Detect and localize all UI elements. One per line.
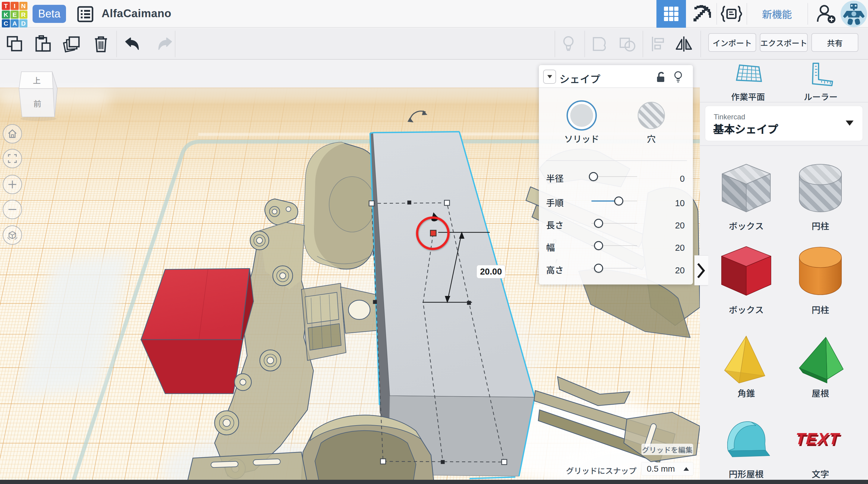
undo-button[interactable] (122, 28, 141, 60)
shape-gallery-item[interactable] (720, 245, 773, 296)
inspector-header: シェイプ (539, 65, 693, 88)
shape-gallery-item[interactable] (794, 162, 847, 213)
paste-icon (34, 35, 51, 53)
logo-tile: D (19, 19, 27, 27)
undo-icon (123, 37, 140, 51)
bottom-notification-bar (0, 480, 868, 484)
shape-gallery-item[interactable]: TEXT TEXT (794, 412, 847, 463)
group-button[interactable] (590, 28, 609, 60)
slider-label: 手順 (546, 196, 564, 209)
logo-letter: N (21, 2, 26, 10)
slider-value: 20 (657, 218, 685, 231)
light-button[interactable] (559, 28, 578, 60)
library-brand: Tinkercad (714, 111, 745, 121)
logo-letter: A (12, 20, 17, 27)
edit-grid-button[interactable]: グリッドを編集 (641, 444, 693, 455)
lightbulb-icon (562, 35, 575, 53)
divider (643, 31, 643, 57)
account-avatar[interactable] (840, 0, 868, 28)
redo-button[interactable] (156, 28, 176, 60)
front-roller[interactable] (235, 374, 251, 391)
solid-option[interactable] (567, 101, 596, 130)
tinkercad-logo[interactable]: TINKERCAD (0, 0, 28, 28)
zoom-in-button[interactable] (3, 175, 22, 194)
shape-thumb-text-red: TEXT TEXT (794, 412, 847, 463)
paste-button[interactable] (33, 28, 53, 60)
shape-gallery-item[interactable] (720, 162, 773, 213)
hole-plate (341, 287, 379, 333)
slider-track[interactable] (591, 176, 637, 177)
tinker-button[interactable] (689, 0, 714, 28)
codeblocks-button[interactable] (721, 0, 742, 28)
visibility-bulb-icon[interactable] (674, 71, 682, 83)
sidebar-collapse-tab[interactable] (694, 255, 708, 285)
shape-gallery-item[interactable] (720, 334, 773, 385)
trash-icon (93, 35, 109, 53)
dashboard-grid-button[interactable] (656, 0, 686, 28)
lock-icon[interactable] (656, 72, 666, 83)
logo-letter: C (4, 20, 8, 27)
ruler-tool-label[interactable]: ルーラー (784, 90, 857, 102)
duplicate-icon (63, 35, 81, 53)
height-handle[interactable] (430, 230, 436, 236)
viewcube-front-label[interactable]: 前 (33, 98, 41, 109)
slider-knob[interactable] (594, 264, 603, 273)
copy-icon (6, 36, 23, 53)
logo-tile: I (10, 2, 19, 10)
zoom-out-button[interactable] (3, 200, 22, 219)
copy-button[interactable] (5, 28, 24, 60)
viewcube-top-label[interactable]: 上 (33, 74, 41, 86)
snap-grid-select[interactable]: 0.5 mm (641, 462, 693, 476)
slider-knob[interactable] (594, 219, 603, 228)
hole-option[interactable] (638, 102, 664, 129)
view-cube[interactable]: 上 前 (12, 67, 66, 124)
divider (555, 31, 555, 57)
export-button[interactable]: エクスポート (760, 33, 808, 52)
dimension-value-label[interactable]: 20.00 (476, 265, 505, 278)
delete-button[interactable] (91, 28, 111, 60)
logo-letter: I (14, 2, 16, 10)
divider (584, 31, 585, 57)
shape-library-select[interactable]: Tinkercad 基本シェイプ (705, 106, 863, 141)
slider-knob[interactable] (589, 172, 598, 181)
shape-gallery-label: 角錐 (710, 386, 782, 399)
ruler-tool-icon[interactable] (810, 62, 833, 87)
slider-label: 幅 (546, 241, 555, 253)
workplane-tool-label[interactable]: 作業平面 (712, 90, 784, 102)
slider-knob[interactable] (614, 196, 623, 206)
shape-gallery-item[interactable] (720, 412, 773, 463)
shape-gallery-item[interactable] (794, 245, 847, 296)
design-properties-icon[interactable] (77, 6, 93, 22)
align-button[interactable] (648, 28, 667, 60)
hole-option-label[interactable]: 穴 (621, 132, 681, 145)
shape-gallery-label: 屋根 (784, 386, 857, 399)
shape-thumb-roundroof-teal (720, 412, 773, 463)
shape-gallery-label: ボックス (710, 303, 782, 315)
fit-view-button[interactable] (3, 149, 22, 168)
share-button[interactable]: 共有 (811, 33, 858, 52)
divider (700, 145, 868, 146)
design-title[interactable]: AlfaCaimano (101, 7, 172, 20)
slider-value: 10 (657, 196, 685, 209)
duplicate-button[interactable] (62, 28, 82, 60)
import-button[interactable]: インポート (708, 33, 756, 52)
home-view-button[interactable] (3, 124, 22, 144)
shape-thumb-cylinder-striped (794, 162, 847, 213)
avatar-robot-icon (841, 1, 867, 27)
beta-badge[interactable]: Beta (33, 5, 66, 23)
logo-tile: E (10, 10, 19, 19)
shape-gallery-label: 円形屋根 (710, 467, 782, 480)
shape-gallery-item[interactable] (794, 334, 847, 385)
solid-option-label[interactable]: ソリッド (552, 132, 612, 145)
new-features-link[interactable]: 新機能 (752, 0, 802, 28)
slider-label: 高さ (546, 263, 564, 276)
perspective-toggle-button[interactable] (3, 225, 22, 245)
app-header: TINKERCAD Beta AlfaCaimano (0, 0, 868, 28)
workplane-tool-icon[interactable] (735, 63, 763, 87)
ungroup-button[interactable] (618, 28, 637, 60)
slider-knob[interactable] (594, 241, 603, 250)
mirror-button[interactable] (674, 28, 693, 60)
inspector-collapse-button[interactable] (543, 70, 556, 84)
invite-button[interactable] (814, 0, 838, 28)
library-name: 基本シェイプ (713, 121, 778, 136)
